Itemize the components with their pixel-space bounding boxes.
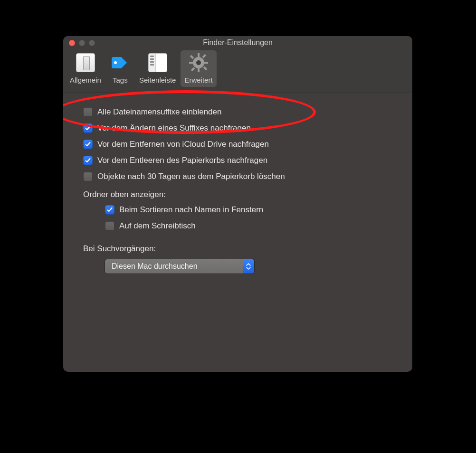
option-label: Alle Dateinamensuffixe einblenden [97,107,221,117]
tab-sidebar[interactable]: Seitenleiste [135,50,180,87]
option-warn-empty-trash[interactable]: Vor dem Entleeren des Papierkorbs nachfr… [77,156,398,165]
tab-tags[interactable]: Tags [106,50,134,87]
minimize-button[interactable] [79,40,85,46]
gear-icon [188,52,209,73]
dropdown-value: Diesen Mac durchsuchen [105,259,243,274]
window-controls [63,40,95,46]
svg-rect-7 [203,66,207,70]
folders-on-top-heading: Ordner oben anzeigen: [77,190,398,199]
search-scope-dropdown[interactable]: Diesen Mac durchsuchen [105,259,254,274]
checkbox[interactable] [83,172,93,181]
zoom-button[interactable] [89,40,95,46]
option-label: Auf dem Schreibtisch [119,221,196,231]
option-label: Vor dem Entleeren des Papierkorbs nachfr… [97,156,267,165]
option-label: Vor dem Ändern eines Suffixes nachfragen [97,123,251,133]
option-label: Beim Sortieren nach Namen in Fenstern [119,205,263,215]
svg-point-10 [196,60,201,65]
tab-label: Allgemein [70,76,101,84]
tags-icon [110,52,131,73]
advanced-pane: Alle Dateinamensuffixe einblenden Vor de… [63,93,412,288]
checkbox[interactable] [105,221,114,231]
chevron-up-down-icon [243,259,254,274]
option-label: Objekte nach 30 Tagen aus dem Papierkorb… [97,172,285,181]
checkbox[interactable] [83,140,93,149]
option-folders-top-windows[interactable]: Beim Sortieren nach Namen in Fenstern [77,205,398,215]
window-title: Finder-Einstellungen [63,38,412,47]
svg-rect-9 [191,67,195,71]
tab-general[interactable]: Allgemein [66,50,105,87]
svg-rect-6 [190,55,194,59]
toolbar: Allgemein Tags Seitenleiste [63,49,412,93]
search-heading: Bei Suchvorgängen: [77,244,398,254]
tab-advanced[interactable]: Erweitert [181,50,216,87]
preferences-window: Finder-Einstellungen Allgemein Tags [63,36,412,372]
option-auto-empty-trash[interactable]: Objekte nach 30 Tagen aus dem Papierkorb… [77,172,398,181]
tab-label: Seitenleiste [139,76,176,84]
svg-rect-8 [202,54,206,58]
option-folders-top-desktop[interactable]: Auf dem Schreibtisch [77,221,398,231]
sidebar-icon [147,52,168,73]
close-button[interactable] [69,40,75,46]
svg-rect-4 [189,62,193,64]
titlebar: Finder-Einstellungen [63,36,412,49]
option-label: Vor dem Entfernen von iCloud Drive nachf… [97,140,269,149]
checkbox[interactable] [105,205,114,215]
tab-label: Tags [113,76,128,84]
option-warn-icloud-remove[interactable]: Vor dem Entfernen von iCloud Drive nachf… [77,140,398,149]
checkbox[interactable] [83,156,93,165]
svg-rect-3 [198,68,200,72]
option-warn-change-extension[interactable]: Vor dem Ändern eines Suffixes nachfragen [77,123,398,133]
general-icon [75,52,96,73]
svg-rect-5 [204,62,208,64]
checkbox[interactable] [83,107,93,117]
option-show-extensions[interactable]: Alle Dateinamensuffixe einblenden [77,107,398,117]
svg-point-0 [114,61,117,64]
svg-rect-2 [198,53,200,57]
checkbox[interactable] [83,123,93,133]
tab-label: Erweitert [184,76,212,84]
